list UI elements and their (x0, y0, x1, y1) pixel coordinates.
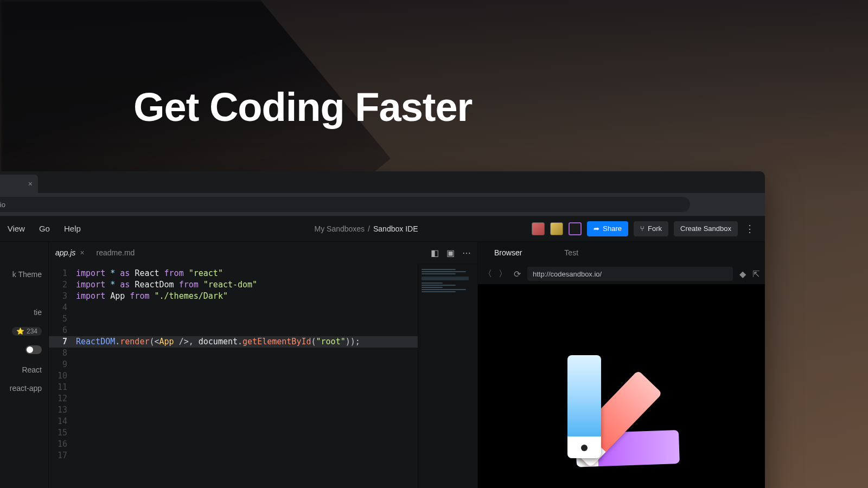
star-icon: ⭐ (16, 328, 24, 335)
line-number: 15 (49, 427, 76, 439)
sidebar-toggle-row[interactable] (0, 342, 48, 359)
line-number: 1 (49, 268, 76, 279)
browser-tab-strip: box × (0, 171, 765, 193)
editor-tab-active[interactable]: app.js × (55, 248, 85, 257)
editor-pane: app.js × readme.md ◧ ▣ ⋯ 1import * as Re… (49, 242, 477, 488)
swatch-blue-icon (567, 355, 601, 458)
browser-address-text: dbox.io (0, 201, 5, 209)
editor-tab-label: app.js (55, 248, 75, 257)
create-sandbox-button[interactable]: Create Sandbox (674, 221, 738, 236)
sidebar-stars: ⭐ 234 (0, 323, 48, 339)
fork-icon: ⑂ (640, 224, 644, 233)
menubar-right: ➦ Share ⑂ Fork Create Sandbox ⋮ (532, 221, 756, 236)
close-icon[interactable]: × (28, 179, 33, 188)
ide-sidebar: k Theme tie ⭐ 234 React react-app (0, 242, 49, 488)
layout-preview-icon[interactable]: ▣ (446, 248, 455, 258)
line-number: 4 (49, 302, 76, 313)
line-number: 2 (49, 279, 76, 291)
fork-button[interactable]: ⑂ Fork (634, 221, 668, 236)
sidebar-app-name: react-app (0, 381, 48, 396)
preview-panel: Browser Test 〈 〉 ⟳ http://codesandbox.io… (477, 242, 765, 488)
preview-tab-test[interactable]: Test (564, 248, 578, 257)
breadcrumb-current: Sandbox IDE (373, 224, 418, 233)
minimap[interactable] (418, 264, 477, 488)
line-number: 7 (49, 336, 76, 348)
layout-columns-icon[interactable]: ◧ (431, 248, 439, 258)
line-number: 6 (49, 325, 76, 336)
avatar[interactable] (550, 222, 563, 235)
browser-address-row: dbox.io (0, 193, 765, 216)
preview-tabs: Browser Test (478, 242, 765, 264)
editor-tab-label: readme.md (97, 248, 135, 257)
editor-tabs: app.js × readme.md ◧ ▣ ⋯ (49, 242, 477, 264)
star-count: 234 (27, 328, 37, 335)
preview-tab-browser[interactable]: Browser (494, 248, 522, 257)
more-icon[interactable]: ⋯ (462, 248, 471, 258)
sidebar-framework: React (0, 362, 48, 377)
share-icon: ➦ (593, 224, 599, 233)
hero-title: Get Coding Faster (133, 84, 472, 130)
line-number: 9 (49, 359, 76, 370)
line-number: 10 (49, 370, 76, 382)
browser-tab[interactable]: box × (0, 175, 38, 193)
breadcrumb[interactable]: My Sandboxes / Sandbox IDE (315, 224, 418, 233)
breadcrumb-separator: / (368, 224, 370, 233)
line-number: 13 (49, 404, 76, 416)
preview-url-text: http://codesandbox.io/ (533, 270, 602, 278)
browser-window: box × dbox.io ction View Go Help My Sand… (0, 171, 765, 488)
line-number: 11 (49, 382, 76, 393)
line-number: 16 (49, 439, 76, 450)
editor-tab-actions: ◧ ▣ ⋯ (431, 248, 471, 258)
menu-item[interactable]: Go (39, 224, 50, 233)
preview-body (478, 284, 765, 488)
open-external-icon[interactable]: ⇱ (752, 269, 760, 279)
breadcrumb-parent: My Sandboxes (315, 224, 365, 233)
share-button-label: Share (603, 224, 622, 233)
reload-icon[interactable]: ⟳ (514, 269, 521, 279)
line-number: 3 (49, 291, 76, 302)
line-number: 5 (49, 313, 76, 325)
more-icon[interactable]: ⋮ (743, 223, 756, 235)
share-button[interactable]: ➦ Share (587, 221, 628, 236)
code-area[interactable]: 1import * as React from "react" 2import … (49, 264, 477, 488)
avatar[interactable] (569, 222, 582, 235)
line-number: 17 (49, 450, 76, 461)
fork-button-label: Fork (648, 224, 662, 233)
code-editor[interactable]: 1import * as React from "react" 2import … (49, 264, 418, 488)
back-icon[interactable]: 〈 (483, 268, 492, 280)
line-number: 14 (49, 416, 76, 427)
preview-toolbar: 〈 〉 ⟳ http://codesandbox.io/ ◆ ⇱ (478, 264, 765, 284)
sidebar-item-theme[interactable]: k Theme (0, 267, 48, 282)
menubar-items: ction View Go Help (0, 224, 81, 233)
forward-icon[interactable]: 〉 (499, 268, 507, 280)
ide-menubar: ction View Go Help My Sandboxes / Sandbo… (0, 216, 765, 242)
browser-address-bar[interactable]: dbox.io (0, 197, 690, 212)
menu-item[interactable]: View (8, 224, 25, 233)
menu-item[interactable]: Help (64, 224, 81, 233)
preview-artwork (567, 355, 676, 480)
close-icon[interactable]: × (80, 248, 84, 257)
layout-icon[interactable]: ◆ (739, 269, 746, 279)
line-number: 8 (49, 348, 76, 359)
ide: ction View Go Help My Sandboxes / Sandbo… (0, 216, 765, 488)
avatar[interactable] (532, 222, 545, 235)
sidebar-item[interactable]: tie (0, 305, 48, 320)
toggle-icon[interactable] (25, 345, 42, 354)
create-sandbox-label: Create Sandbox (680, 224, 731, 233)
preview-url-bar[interactable]: http://codesandbox.io/ (527, 267, 733, 281)
line-number: 12 (49, 393, 76, 404)
editor-tab[interactable]: readme.md (97, 248, 135, 257)
ide-body: k Theme tie ⭐ 234 React react-app app.js (0, 242, 765, 488)
